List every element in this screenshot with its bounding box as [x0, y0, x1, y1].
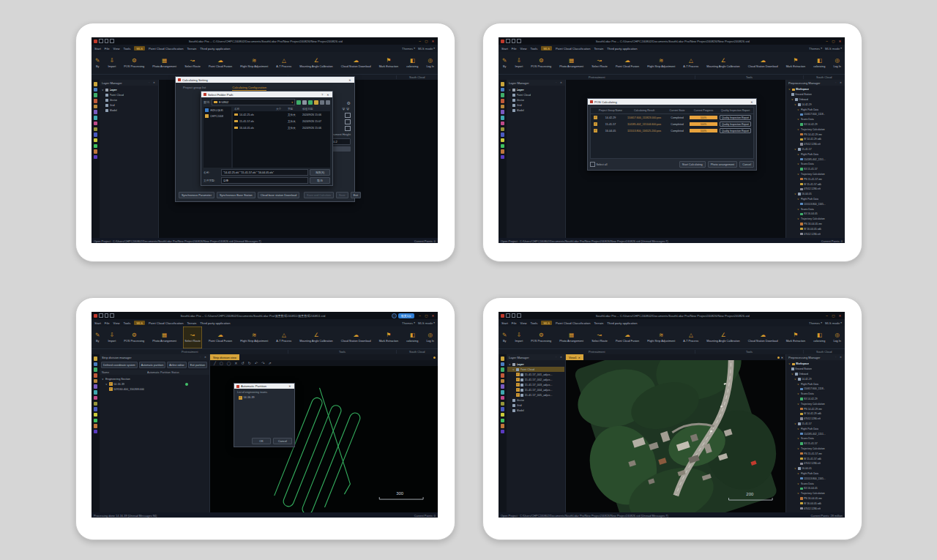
tool-icon[interactable]	[501, 110, 505, 114]
folder-picker-icon[interactable]	[345, 113, 351, 118]
manager-button[interactable]: Defined coordinate system	[101, 362, 138, 368]
tree-row[interactable]: Trajectory Calculation	[787, 172, 844, 177]
draw-tool-icon[interactable]: ↷	[261, 361, 264, 365]
tree-row[interactable]: W 16-04-05.sdk	[787, 501, 844, 506]
ribbon-button[interactable]: ✎ By	[501, 326, 508, 348]
float-panel-icon[interactable]	[147, 81, 151, 84]
dialog-button[interactable]: Cancel	[739, 161, 754, 168]
ribbon-button[interactable]: ≋ Flight Strip Adjustment	[646, 326, 676, 348]
tab-close-icon[interactable]	[578, 356, 581, 359]
collapse-arrow-icon[interactable]	[788, 88, 791, 91]
ribbon-button[interactable]: ◧ colorizing	[405, 326, 419, 348]
collapse-arrow-icon[interactable]	[794, 103, 797, 106]
engineering-item[interactable]: 14-16-39	[234, 395, 294, 400]
menu-item[interactable]: Point Cloud Classification	[556, 47, 590, 51]
tool-icon[interactable]	[501, 122, 505, 126]
tool-icon[interactable]	[501, 82, 505, 86]
file-row[interactable]: 15-41-57.xls 文件夹 2024/9/26 15:07	[233, 118, 330, 124]
menu-item[interactable]: File	[512, 47, 517, 51]
tree-row[interactable]: W 14-42-29.sdk	[787, 411, 844, 417]
collapse-arrow-icon[interactable]	[794, 378, 797, 381]
collapse-arrow-icon[interactable]	[794, 148, 797, 151]
tree-row[interactable]: Ground Station	[787, 367, 844, 372]
tree-row[interactable]: Trajectory Calculation	[787, 491, 844, 496]
tree-row[interactable]: Flight Path Data	[787, 381, 844, 387]
menu-item[interactable]: View	[520, 321, 527, 325]
tree-row[interactable]: 110617.600_1118...	[787, 387, 844, 392]
collapse-arrow-icon[interactable]	[797, 118, 800, 121]
tree-row[interactable]: 47012.1280.sth	[787, 187, 844, 192]
tool-icon[interactable]	[501, 356, 505, 361]
menu-item[interactable]: Start	[501, 47, 508, 51]
filetype-select[interactable]: 目录	[221, 177, 308, 184]
checkbox-checked[interactable]	[516, 383, 520, 387]
tree-row[interactable]: Flight Path Data	[787, 152, 844, 157]
dialog-button[interactable]: Cloud base station Download	[258, 192, 299, 198]
tree-row[interactable]: Vector	[100, 97, 157, 102]
tree-row[interactable]: Flight Path Data	[787, 197, 844, 202]
collapse-arrow-icon[interactable]	[794, 422, 797, 425]
tool-icon[interactable]	[94, 149, 98, 154]
quality-report-button[interactable]: Quality Inspection Report	[720, 128, 751, 133]
tree-row[interactable]: Layer	[100, 87, 157, 92]
tool-icon[interactable]	[94, 413, 98, 417]
tab-calculating-configuration[interactable]: Calculating Configuration	[232, 86, 266, 91]
redo-icon[interactable]	[517, 313, 521, 318]
draw-tool-icon[interactable]: ╱	[214, 361, 216, 365]
select-all-checkbox[interactable]: Select all	[590, 162, 607, 167]
ribbon-button[interactable]: ⚙ POS Processing	[122, 326, 146, 348]
file-dialog-tool-icon[interactable]	[320, 100, 324, 105]
tree-row[interactable]: Model	[507, 108, 564, 113]
ribbon-button[interactable]: ☁ Cloud Station Download	[747, 326, 780, 348]
tree-row[interactable]: 114185.402_1151...	[787, 157, 844, 162]
tool-icon[interactable]	[94, 88, 98, 92]
draw-tool-icon[interactable]: ✕	[234, 361, 237, 365]
tree-row[interactable]: Vector	[507, 97, 564, 102]
checkbox-checked[interactable]	[516, 378, 520, 381]
undo-icon[interactable]	[512, 39, 516, 43]
menu-item[interactable]: Point Cloud Classification	[556, 321, 590, 325]
menu-item[interactable]: Terrain	[187, 47, 197, 51]
tool-icon[interactable]	[501, 116, 505, 120]
pos-table-row[interactable]: 16-04-05 115513.800_116525.200.pos Compl…	[591, 127, 753, 134]
tool-icon[interactable]	[501, 88, 505, 92]
collapse-arrow-icon[interactable]	[797, 208, 800, 211]
tool-icon[interactable]	[94, 430, 98, 434]
tool-icon[interactable]	[94, 127, 98, 132]
tree-row[interactable]: 47012.1280.sth	[787, 142, 844, 147]
menu-item[interactable]: Start	[94, 321, 101, 325]
dialog-help-icon[interactable]	[320, 93, 324, 97]
tool-icon[interactable]	[501, 99, 505, 103]
place-item[interactable]: 我的计算机	[205, 108, 230, 112]
tree-row[interactable]: S3 16-04-05	[787, 486, 844, 491]
redo-icon[interactable]	[110, 39, 114, 43]
ribbon-button[interactable]: ⇩ Import	[106, 326, 117, 348]
ribbon-button[interactable]: ⚙ POS Processing	[122, 52, 146, 74]
tree-row[interactable]: 14-42-29	[787, 102, 844, 107]
checkbox-checked[interactable]	[516, 373, 520, 376]
folder-picker-icon[interactable]	[345, 126, 351, 131]
dialog-button[interactable]: Start Calculating	[679, 161, 706, 168]
tree-row[interactable]: 47012.1280.sth	[787, 506, 844, 511]
menu-item[interactable]: Third party application	[200, 321, 230, 325]
collapse-arrow-icon[interactable]	[797, 472, 800, 475]
tool-icon[interactable]	[94, 424, 98, 428]
dialog-button[interactable]: Save	[336, 192, 348, 198]
ribbon-button[interactable]: ☁ Cloud Station Download	[340, 326, 373, 348]
menu-item[interactable]: Terrain	[187, 321, 197, 325]
tree-row[interactable]: Point Cloud	[100, 92, 157, 97]
ribbon-button[interactable]: ◎ Log In	[832, 326, 843, 348]
tool-icon[interactable]	[94, 82, 98, 86]
collapse-arrow-icon[interactable]	[509, 89, 512, 92]
tool-icon[interactable]	[501, 373, 505, 378]
tree-row[interactable]: 15-41-57_005_adjus...	[507, 392, 564, 397]
menu-item[interactable]: Point Cloud Classification	[149, 47, 183, 51]
tool-icon[interactable]	[94, 379, 98, 384]
save-icon[interactable]	[506, 39, 510, 43]
menu-item[interactable]: Tools	[531, 47, 538, 51]
draw-tool-icon[interactable]: ↺	[242, 361, 244, 365]
dialog-close-icon[interactable]	[750, 100, 754, 104]
tool-icon[interactable]	[501, 367, 505, 372]
ribbon-button[interactable]: ≋ Flight Strip Adjustment	[239, 326, 269, 348]
tool-icon[interactable]	[501, 379, 505, 384]
